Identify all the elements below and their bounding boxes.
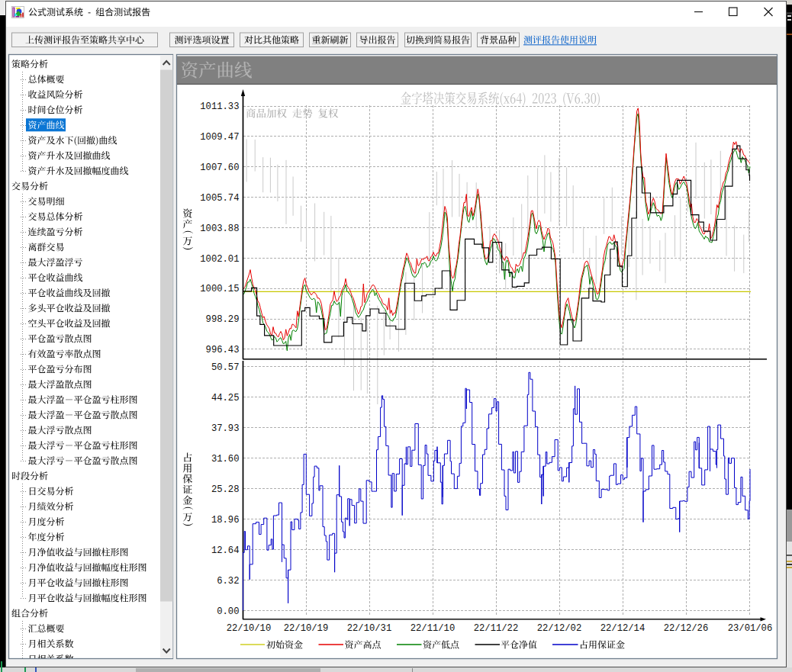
svg-text:1003.88: 1003.88 (200, 223, 239, 234)
svg-text:22/10/19: 22/10/19 (284, 623, 329, 634)
svg-text:31.60: 31.60 (211, 454, 240, 465)
svg-text:22/12/26: 22/12/26 (664, 623, 709, 634)
svg-text:6.32: 6.32 (217, 576, 239, 587)
svg-text:37.93: 37.93 (211, 423, 240, 434)
svg-text:44.25: 44.25 (211, 393, 240, 404)
svg-text:22/12/14: 22/12/14 (600, 623, 646, 634)
svg-text:22/12/02: 22/12/02 (537, 623, 582, 634)
svg-text:998.29: 998.29 (206, 314, 240, 325)
svg-text:18.96: 18.96 (211, 515, 240, 526)
svg-text:1002.01: 1002.01 (200, 254, 239, 265)
svg-text:1009.47: 1009.47 (200, 132, 239, 143)
svg-text:50.57: 50.57 (211, 362, 240, 373)
svg-text:22/11/22: 22/11/22 (474, 623, 519, 634)
svg-text:1005.74: 1005.74 (200, 193, 239, 204)
svg-text:25.28: 25.28 (211, 484, 240, 495)
svg-text:996.43: 996.43 (206, 345, 240, 355)
svg-text:1000.15: 1000.15 (200, 284, 239, 294)
svg-text:22/10/31: 22/10/31 (347, 623, 392, 634)
svg-text:1007.60: 1007.60 (200, 162, 239, 173)
svg-text:12.64: 12.64 (211, 545, 240, 556)
svg-text:22/10/10: 22/10/10 (227, 623, 272, 634)
svg-text:1011.33: 1011.33 (200, 101, 239, 112)
svg-text:23/01/06: 23/01/06 (728, 623, 773, 634)
svg-text:22/11/10: 22/11/10 (410, 623, 456, 634)
svg-text:0.00: 0.00 (217, 606, 239, 617)
